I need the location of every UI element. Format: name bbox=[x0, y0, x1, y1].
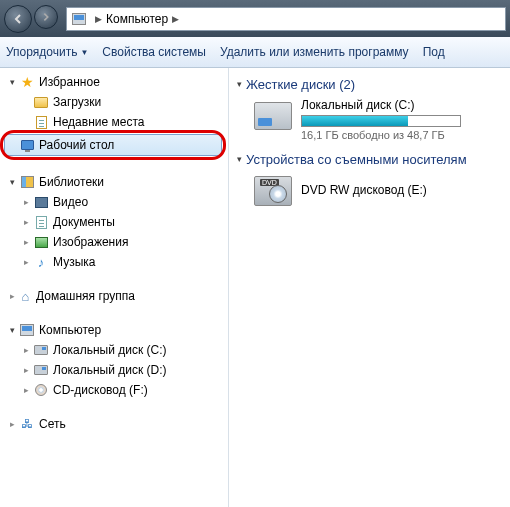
computer-icon bbox=[71, 11, 87, 27]
dvd-drive-icon bbox=[253, 173, 293, 209]
libraries-group[interactable]: Библиотеки bbox=[0, 172, 228, 192]
sidebar-item-downloads[interactable]: Загрузки bbox=[0, 92, 228, 112]
expander-icon[interactable] bbox=[20, 364, 32, 376]
cd-icon bbox=[33, 382, 49, 398]
expander-icon[interactable] bbox=[6, 324, 18, 336]
computer-group[interactable]: Компьютер bbox=[0, 320, 228, 340]
breadcrumb-item[interactable]: Компьютер bbox=[106, 12, 168, 26]
chevron-down-icon: ▼ bbox=[80, 48, 88, 57]
address-bar[interactable]: ▶ Компьютер ▶ bbox=[66, 7, 506, 31]
homegroup-group[interactable]: ⌂ Домашняя группа bbox=[0, 286, 228, 306]
sidebar-item-disk-d[interactable]: Локальный диск (D:) bbox=[0, 360, 228, 380]
expander-icon[interactable] bbox=[6, 76, 18, 88]
network-group[interactable]: 🖧 Сеть bbox=[0, 414, 228, 434]
sidebar-item-disk-c[interactable]: Локальный диск (C:) bbox=[0, 340, 228, 360]
drive-name: Локальный диск (C:) bbox=[301, 98, 502, 112]
expander-icon[interactable] bbox=[233, 153, 245, 165]
document-icon bbox=[33, 214, 49, 230]
expander-icon[interactable] bbox=[20, 196, 32, 208]
content-pane: Жесткие диски (2) Локальный диск (C:) 16… bbox=[229, 68, 510, 507]
drive-usage-bar bbox=[301, 115, 461, 127]
organize-menu[interactable]: Упорядочить ▼ bbox=[6, 45, 88, 59]
star-icon: ★ bbox=[19, 74, 35, 90]
expander-icon[interactable] bbox=[6, 290, 18, 302]
expander-icon[interactable] bbox=[6, 418, 18, 430]
toolbar-overflow[interactable]: Под bbox=[423, 45, 445, 59]
expander-icon[interactable] bbox=[20, 384, 32, 396]
homegroup-icon: ⌂ bbox=[19, 290, 32, 302]
chevron-right-icon[interactable]: ▶ bbox=[172, 14, 179, 24]
music-icon: ♪ bbox=[33, 254, 49, 270]
libraries-icon bbox=[19, 174, 35, 190]
pictures-icon bbox=[33, 234, 49, 250]
drive-item-c[interactable]: Локальный диск (C:) 16,1 ГБ свободно из … bbox=[229, 94, 510, 145]
sidebar-item-recent[interactable]: Недавние места bbox=[0, 112, 228, 132]
expander-icon[interactable] bbox=[6, 176, 18, 188]
disk-icon bbox=[33, 362, 49, 378]
uninstall-program-button[interactable]: Удалить или изменить программу bbox=[220, 45, 409, 59]
expander-icon[interactable] bbox=[233, 78, 245, 90]
network-icon: 🖧 bbox=[19, 416, 35, 432]
sidebar-item-desktop[interactable]: Рабочий стол bbox=[4, 134, 222, 156]
toolbar: Упорядочить ▼ Свойства системы Удалить и… bbox=[0, 37, 510, 68]
nav-back-button[interactable] bbox=[4, 5, 32, 33]
titlebar: ▶ Компьютер ▶ bbox=[0, 0, 510, 37]
drive-name: DVD RW дисковод (E:) bbox=[301, 183, 427, 197]
removable-header[interactable]: Устройства со съемными носителям bbox=[229, 149, 510, 169]
chevron-right-icon: ▶ bbox=[95, 14, 102, 24]
sidebar-item-documents[interactable]: Документы bbox=[0, 212, 228, 232]
nav-forward-button[interactable] bbox=[34, 5, 58, 29]
sidebar-item-pictures[interactable]: Изображения bbox=[0, 232, 228, 252]
expander-icon[interactable] bbox=[20, 236, 32, 248]
sidebar-item-cd-drive[interactable]: CD-дисковод (F:) bbox=[0, 380, 228, 400]
hard-disks-header[interactable]: Жесткие диски (2) bbox=[229, 74, 510, 94]
recent-icon bbox=[33, 114, 49, 130]
computer-icon bbox=[19, 322, 35, 338]
sidebar-item-music[interactable]: ♪ Музыка bbox=[0, 252, 228, 272]
favorites-group[interactable]: ★ Избранное bbox=[0, 72, 228, 92]
navigation-pane: ★ Избранное Загрузки Недавние места Рабо… bbox=[0, 68, 228, 507]
organize-label: Упорядочить bbox=[6, 45, 77, 59]
video-icon bbox=[33, 194, 49, 210]
drive-item-dvd[interactable]: DVD RW дисковод (E:) bbox=[229, 169, 510, 213]
drive-status: 16,1 ГБ свободно из 48,7 ГБ bbox=[301, 129, 502, 141]
folder-icon bbox=[33, 94, 49, 110]
expander-icon[interactable] bbox=[20, 344, 32, 356]
favorites-label: Избранное bbox=[39, 75, 100, 89]
expander-icon[interactable] bbox=[20, 256, 32, 268]
system-properties-button[interactable]: Свойства системы bbox=[102, 45, 206, 59]
sidebar-item-video[interactable]: Видео bbox=[0, 192, 228, 212]
hdd-icon bbox=[253, 98, 293, 134]
expander-icon[interactable] bbox=[20, 216, 32, 228]
disk-icon bbox=[33, 342, 49, 358]
desktop-icon bbox=[19, 137, 35, 153]
